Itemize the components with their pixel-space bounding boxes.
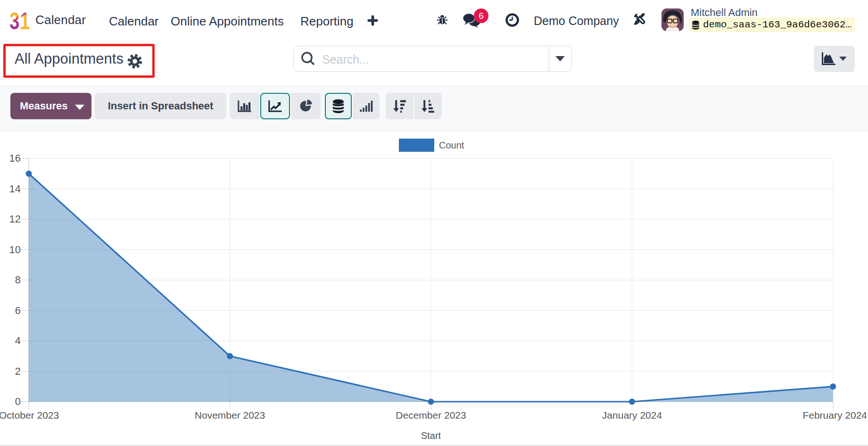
svg-text:November 2023: November 2023 <box>195 410 265 421</box>
svg-text:Start: Start <box>421 430 441 441</box>
svg-text:February 2024: February 2024 <box>802 410 867 421</box>
svg-text:2: 2 <box>15 365 21 377</box>
svg-text:10: 10 <box>9 244 21 256</box>
svg-text:16: 16 <box>9 152 21 164</box>
svg-text:4: 4 <box>15 335 21 347</box>
svg-text:December 2023: December 2023 <box>396 410 466 421</box>
svg-text:14: 14 <box>9 183 21 195</box>
svg-text:1: 1 <box>20 10 30 31</box>
svg-text:0: 0 <box>15 396 21 407</box>
svg-text:8: 8 <box>15 274 21 286</box>
svg-text:3: 3 <box>10 10 19 31</box>
svg-text:January 2024: January 2024 <box>602 410 662 421</box>
svg-text:Count: Count <box>439 140 464 150</box>
svg-text:October 2023: October 2023 <box>0 410 59 421</box>
svg-text:6: 6 <box>15 305 21 316</box>
svg-text:12: 12 <box>9 213 21 225</box>
